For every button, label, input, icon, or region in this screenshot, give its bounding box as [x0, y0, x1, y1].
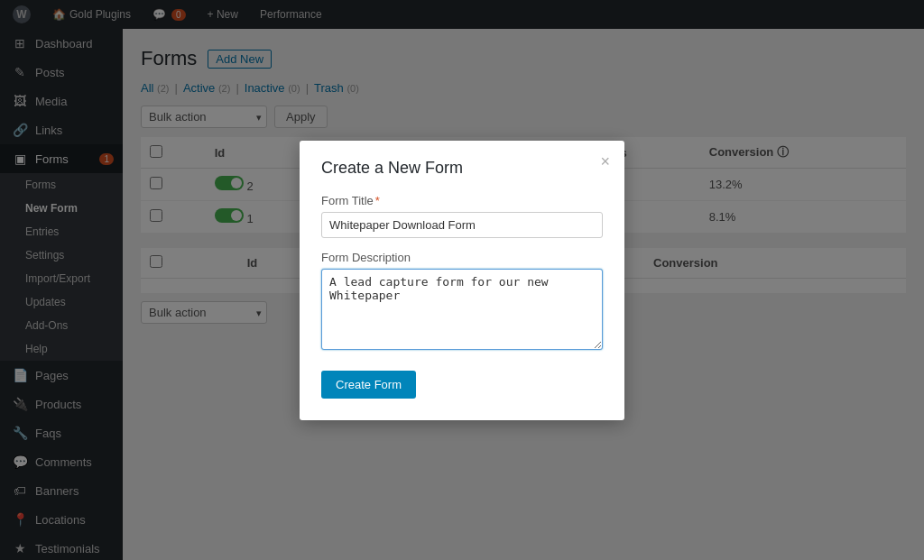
form-title-label: Form Title*: [321, 194, 603, 207]
modal-title: Create a New Form: [321, 159, 603, 178]
form-description-group: Form Description A lead capture form for…: [321, 251, 603, 353]
form-description-label: Form Description: [321, 251, 603, 264]
form-title-input[interactable]: [321, 212, 603, 238]
required-star: *: [375, 194, 380, 207]
form-description-input[interactable]: A lead capture form for our new Whitepap…: [321, 269, 603, 350]
modal-overlay[interactable]: Create a New Form × Form Title* Form Des…: [0, 0, 924, 560]
modal-close-button[interactable]: ×: [600, 153, 610, 170]
form-title-group: Form Title*: [321, 194, 603, 238]
modal: Create a New Form × Form Title* Form Des…: [300, 141, 624, 420]
create-form-button[interactable]: Create Form: [321, 371, 416, 399]
